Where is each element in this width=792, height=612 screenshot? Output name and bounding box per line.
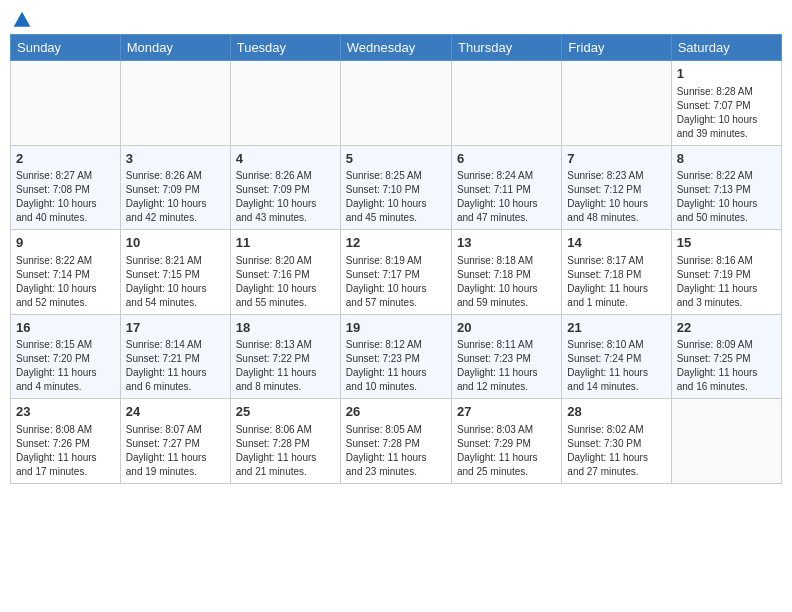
day-info: Sunrise: 8:07 AM Sunset: 7:27 PM Dayligh… (126, 423, 225, 479)
day-number: 4 (236, 150, 335, 168)
day-number: 17 (126, 319, 225, 337)
calendar-cell: 1Sunrise: 8:28 AM Sunset: 7:07 PM Daylig… (671, 61, 781, 146)
day-info: Sunrise: 8:11 AM Sunset: 7:23 PM Dayligh… (457, 338, 556, 394)
day-number: 8 (677, 150, 776, 168)
calendar-cell: 21Sunrise: 8:10 AM Sunset: 7:24 PM Dayli… (562, 314, 671, 399)
weekday-header-wednesday: Wednesday (340, 35, 451, 61)
day-info: Sunrise: 8:18 AM Sunset: 7:18 PM Dayligh… (457, 254, 556, 310)
day-number: 6 (457, 150, 556, 168)
day-number: 9 (16, 234, 115, 252)
day-info: Sunrise: 8:28 AM Sunset: 7:07 PM Dayligh… (677, 85, 776, 141)
calendar-cell: 5Sunrise: 8:25 AM Sunset: 7:10 PM Daylig… (340, 145, 451, 230)
weekday-header-tuesday: Tuesday (230, 35, 340, 61)
calendar-cell: 23Sunrise: 8:08 AM Sunset: 7:26 PM Dayli… (11, 399, 121, 484)
calendar-cell: 11Sunrise: 8:20 AM Sunset: 7:16 PM Dayli… (230, 230, 340, 315)
day-number: 11 (236, 234, 335, 252)
calendar-cell: 16Sunrise: 8:15 AM Sunset: 7:20 PM Dayli… (11, 314, 121, 399)
calendar-cell: 27Sunrise: 8:03 AM Sunset: 7:29 PM Dayli… (451, 399, 561, 484)
day-number: 15 (677, 234, 776, 252)
day-info: Sunrise: 8:26 AM Sunset: 7:09 PM Dayligh… (236, 169, 335, 225)
calendar-cell: 19Sunrise: 8:12 AM Sunset: 7:23 PM Dayli… (340, 314, 451, 399)
calendar-cell: 25Sunrise: 8:06 AM Sunset: 7:28 PM Dayli… (230, 399, 340, 484)
calendar-cell: 8Sunrise: 8:22 AM Sunset: 7:13 PM Daylig… (671, 145, 781, 230)
calendar-cell: 20Sunrise: 8:11 AM Sunset: 7:23 PM Dayli… (451, 314, 561, 399)
calendar-cell (671, 399, 781, 484)
day-info: Sunrise: 8:21 AM Sunset: 7:15 PM Dayligh… (126, 254, 225, 310)
calendar-cell: 4Sunrise: 8:26 AM Sunset: 7:09 PM Daylig… (230, 145, 340, 230)
day-number: 18 (236, 319, 335, 337)
calendar-cell (11, 61, 121, 146)
header (10, 10, 782, 26)
page: SundayMondayTuesdayWednesdayThursdayFrid… (0, 0, 792, 612)
day-info: Sunrise: 8:10 AM Sunset: 7:24 PM Dayligh… (567, 338, 665, 394)
calendar-cell: 9Sunrise: 8:22 AM Sunset: 7:14 PM Daylig… (11, 230, 121, 315)
calendar-cell: 3Sunrise: 8:26 AM Sunset: 7:09 PM Daylig… (120, 145, 230, 230)
day-info: Sunrise: 8:20 AM Sunset: 7:16 PM Dayligh… (236, 254, 335, 310)
calendar-cell: 6Sunrise: 8:24 AM Sunset: 7:11 PM Daylig… (451, 145, 561, 230)
day-number: 19 (346, 319, 446, 337)
day-number: 27 (457, 403, 556, 421)
calendar-cell: 17Sunrise: 8:14 AM Sunset: 7:21 PM Dayli… (120, 314, 230, 399)
day-info: Sunrise: 8:19 AM Sunset: 7:17 PM Dayligh… (346, 254, 446, 310)
calendar-cell: 15Sunrise: 8:16 AM Sunset: 7:19 PM Dayli… (671, 230, 781, 315)
weekday-header-thursday: Thursday (451, 35, 561, 61)
day-info: Sunrise: 8:22 AM Sunset: 7:14 PM Dayligh… (16, 254, 115, 310)
weekday-header-friday: Friday (562, 35, 671, 61)
calendar-cell: 22Sunrise: 8:09 AM Sunset: 7:25 PM Dayli… (671, 314, 781, 399)
day-info: Sunrise: 8:02 AM Sunset: 7:30 PM Dayligh… (567, 423, 665, 479)
day-number: 26 (346, 403, 446, 421)
day-info: Sunrise: 8:14 AM Sunset: 7:21 PM Dayligh… (126, 338, 225, 394)
calendar-cell (230, 61, 340, 146)
day-number: 12 (346, 234, 446, 252)
calendar-cell: 24Sunrise: 8:07 AM Sunset: 7:27 PM Dayli… (120, 399, 230, 484)
weekday-header-monday: Monday (120, 35, 230, 61)
day-number: 7 (567, 150, 665, 168)
calendar-cell (340, 61, 451, 146)
day-number: 20 (457, 319, 556, 337)
day-number: 2 (16, 150, 115, 168)
day-number: 22 (677, 319, 776, 337)
calendar-cell: 26Sunrise: 8:05 AM Sunset: 7:28 PM Dayli… (340, 399, 451, 484)
day-number: 14 (567, 234, 665, 252)
day-info: Sunrise: 8:27 AM Sunset: 7:08 PM Dayligh… (16, 169, 115, 225)
day-number: 23 (16, 403, 115, 421)
week-row-0: 1Sunrise: 8:28 AM Sunset: 7:07 PM Daylig… (11, 61, 782, 146)
day-info: Sunrise: 8:09 AM Sunset: 7:25 PM Dayligh… (677, 338, 776, 394)
calendar-cell (120, 61, 230, 146)
calendar-cell: 10Sunrise: 8:21 AM Sunset: 7:15 PM Dayli… (120, 230, 230, 315)
day-number: 3 (126, 150, 225, 168)
day-info: Sunrise: 8:13 AM Sunset: 7:22 PM Dayligh… (236, 338, 335, 394)
day-info: Sunrise: 8:06 AM Sunset: 7:28 PM Dayligh… (236, 423, 335, 479)
day-number: 21 (567, 319, 665, 337)
calendar-cell: 2Sunrise: 8:27 AM Sunset: 7:08 PM Daylig… (11, 145, 121, 230)
week-row-4: 23Sunrise: 8:08 AM Sunset: 7:26 PM Dayli… (11, 399, 782, 484)
calendar-cell (451, 61, 561, 146)
week-row-2: 9Sunrise: 8:22 AM Sunset: 7:14 PM Daylig… (11, 230, 782, 315)
day-number: 24 (126, 403, 225, 421)
day-info: Sunrise: 8:17 AM Sunset: 7:18 PM Dayligh… (567, 254, 665, 310)
weekday-header-saturday: Saturday (671, 35, 781, 61)
day-number: 10 (126, 234, 225, 252)
day-info: Sunrise: 8:12 AM Sunset: 7:23 PM Dayligh… (346, 338, 446, 394)
week-row-1: 2Sunrise: 8:27 AM Sunset: 7:08 PM Daylig… (11, 145, 782, 230)
day-number: 16 (16, 319, 115, 337)
calendar-cell (562, 61, 671, 146)
day-info: Sunrise: 8:05 AM Sunset: 7:28 PM Dayligh… (346, 423, 446, 479)
calendar-cell: 13Sunrise: 8:18 AM Sunset: 7:18 PM Dayli… (451, 230, 561, 315)
calendar-cell: 12Sunrise: 8:19 AM Sunset: 7:17 PM Dayli… (340, 230, 451, 315)
day-number: 28 (567, 403, 665, 421)
day-number: 25 (236, 403, 335, 421)
day-info: Sunrise: 8:03 AM Sunset: 7:29 PM Dayligh… (457, 423, 556, 479)
day-info: Sunrise: 8:24 AM Sunset: 7:11 PM Dayligh… (457, 169, 556, 225)
logo-icon (12, 10, 32, 30)
day-number: 1 (677, 65, 776, 83)
day-info: Sunrise: 8:23 AM Sunset: 7:12 PM Dayligh… (567, 169, 665, 225)
day-info: Sunrise: 8:26 AM Sunset: 7:09 PM Dayligh… (126, 169, 225, 225)
day-info: Sunrise: 8:25 AM Sunset: 7:10 PM Dayligh… (346, 169, 446, 225)
calendar-table: SundayMondayTuesdayWednesdayThursdayFrid… (10, 34, 782, 484)
calendar-cell: 18Sunrise: 8:13 AM Sunset: 7:22 PM Dayli… (230, 314, 340, 399)
calendar-cell: 28Sunrise: 8:02 AM Sunset: 7:30 PM Dayli… (562, 399, 671, 484)
day-info: Sunrise: 8:22 AM Sunset: 7:13 PM Dayligh… (677, 169, 776, 225)
day-info: Sunrise: 8:15 AM Sunset: 7:20 PM Dayligh… (16, 338, 115, 394)
day-info: Sunrise: 8:08 AM Sunset: 7:26 PM Dayligh… (16, 423, 115, 479)
